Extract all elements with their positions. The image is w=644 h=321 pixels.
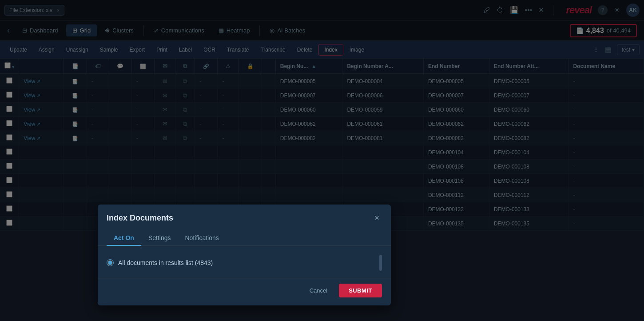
tab-settings[interactable]: Settings bbox=[141, 231, 178, 246]
modal-tabs: Act On Settings Notifications bbox=[98, 224, 391, 246]
index-documents-modal: Index Documents × Act On Settings Notifi… bbox=[98, 205, 391, 305]
tab-act-on[interactable]: Act On bbox=[107, 231, 141, 246]
modal-title: Index Documents bbox=[107, 213, 173, 223]
scroll-indicator bbox=[379, 255, 382, 271]
all-docs-radio[interactable] bbox=[107, 259, 114, 266]
tab-notifications[interactable]: Notifications bbox=[178, 231, 226, 246]
modal-body: All documents in results list (4843) bbox=[98, 246, 391, 278]
modal-header: Index Documents × bbox=[98, 205, 391, 224]
radio-row: All documents in results list (4843) bbox=[107, 255, 382, 271]
modal-close-button[interactable]: × bbox=[372, 213, 382, 224]
submit-button[interactable]: SUBMIT bbox=[339, 284, 382, 297]
cancel-button[interactable]: Cancel bbox=[303, 285, 334, 297]
modal-overlay: Index Documents × Act On Settings Notifi… bbox=[0, 0, 644, 321]
all-docs-label: All documents in results list (4843) bbox=[118, 259, 213, 266]
modal-footer: Cancel SUBMIT bbox=[98, 278, 391, 305]
all-docs-option[interactable]: All documents in results list (4843) bbox=[107, 256, 213, 270]
